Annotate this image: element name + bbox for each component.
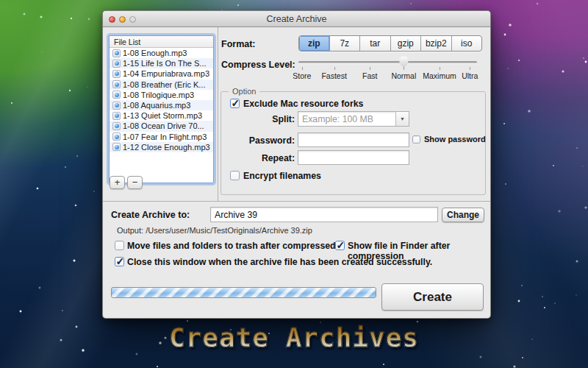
music-file-icon xyxy=(112,80,121,88)
move-to-trash-checkbox[interactable] xyxy=(115,241,124,250)
compress-level-slider[interactable]: StoreFastestFastNormalMaximumUltra xyxy=(298,56,477,90)
file-list-item[interactable]: 1-07 Fear In Flight.mp3 xyxy=(110,132,213,142)
file-list-item[interactable]: 1-08 Enough.mp3 xyxy=(110,48,213,58)
create-archive-to-label: Create Archive to: xyxy=(111,210,190,220)
file-list-item[interactable]: 1-08 Breather (Eric K... xyxy=(110,79,213,90)
app-caption: Create Archives xyxy=(0,322,588,353)
vertical-divider xyxy=(218,27,218,201)
slider-tick xyxy=(334,67,335,70)
music-file-icon xyxy=(112,60,121,68)
slider-track[interactable] xyxy=(298,61,477,63)
show-password-checkbox[interactable] xyxy=(412,135,420,144)
file-list-item[interactable]: 1-15 Life Is On The S... xyxy=(110,58,213,68)
format-option-tar[interactable]: tar xyxy=(360,36,391,51)
output-path: Output: /Users/user/Music/TestOriginals/… xyxy=(117,226,312,235)
slider-tick xyxy=(302,67,303,70)
music-file-icon xyxy=(112,91,121,99)
split-label: Split: xyxy=(220,114,295,124)
repeat-field[interactable] xyxy=(298,150,409,165)
file-name-label: 1-12 Close Enough.mp3 xyxy=(123,143,210,152)
encrypt-filenames-label: Encrypt filenames xyxy=(243,171,321,181)
slider-thumb[interactable] xyxy=(398,56,409,68)
file-name-label: 1-15 Life Is On The S... xyxy=(123,59,207,68)
close-window-checkbox[interactable] xyxy=(115,257,124,266)
option-group-label: Option xyxy=(229,87,259,96)
file-name-label: 1-07 Fear In Flight.mp3 xyxy=(123,132,207,141)
file-name-label: 1-04 Empuriabrava.mp3 xyxy=(123,69,209,78)
close-window-label: Close this window when the archive file … xyxy=(127,257,432,267)
file-name-label: 1-08 Trilogique.mp3 xyxy=(123,91,194,99)
slider-tick xyxy=(404,67,404,70)
slider-tick xyxy=(370,67,370,70)
file-name-label: 1-08 Aquarius.mp3 xyxy=(123,101,190,110)
file-list-items: 1-08 Enough.mp31-15 Life Is On The S...1… xyxy=(110,48,213,152)
file-list[interactable]: File List 1-08 Enough.mp31-15 Life Is On… xyxy=(109,35,214,183)
format-option-bzip2[interactable]: bzip2 xyxy=(421,36,452,51)
format-label: Format: xyxy=(221,39,256,49)
file-list-header: File List xyxy=(110,36,213,48)
starfield-background xyxy=(0,0,1,1)
show-in-finder-checkbox[interactable] xyxy=(335,241,345,250)
file-list-item[interactable]: 1-08 Aquarius.mp3 xyxy=(110,100,213,110)
slider-level-label-maximum: Maximum xyxy=(423,71,456,80)
file-name-label: 1-13 Quiet Storm.mp3 xyxy=(123,111,202,120)
create-button[interactable]: Create xyxy=(381,283,484,311)
password-label: Password: xyxy=(220,135,295,146)
password-field[interactable] xyxy=(298,132,409,147)
horizontal-divider xyxy=(103,201,490,202)
file-list-item[interactable]: 1-08 Trilogique.mp3 xyxy=(110,90,213,100)
exclude-forks-label: Exclude Mac resource forks xyxy=(243,99,363,109)
music-file-icon xyxy=(112,112,121,120)
format-option-iso[interactable]: iso xyxy=(452,36,482,51)
encrypt-filenames-checkbox[interactable] xyxy=(230,171,240,180)
format-option-7z[interactable]: 7z xyxy=(330,36,361,51)
slider-level-label-fast: Fast xyxy=(362,71,377,80)
music-file-icon xyxy=(112,70,121,78)
music-file-icon xyxy=(112,122,121,130)
add-file-button[interactable]: + xyxy=(110,176,125,189)
window-titlebar[interactable]: Create Archive xyxy=(103,11,490,27)
show-password-label: Show password xyxy=(424,135,486,144)
music-file-icon xyxy=(112,49,121,57)
combo-arrow-icon[interactable]: ▼ xyxy=(395,112,409,126)
window-title: Create Archive xyxy=(103,14,490,24)
move-to-trash-label: Move files and folders to trash after co… xyxy=(127,241,336,251)
slider-level-label-ultra: Ultra xyxy=(462,71,478,80)
slider-level-label-store: Store xyxy=(293,71,311,80)
format-option-gzip[interactable]: gzip xyxy=(391,36,422,51)
music-file-icon xyxy=(112,102,121,110)
file-list-item[interactable]: 1-12 Close Enough.mp3 xyxy=(110,142,213,152)
format-segmented: zip7ztargzipbzip2iso xyxy=(298,35,482,52)
slider-tick xyxy=(440,67,440,70)
music-file-icon xyxy=(112,132,121,141)
remove-file-button[interactable]: − xyxy=(127,176,143,189)
repeat-label: Repeat: xyxy=(220,153,295,163)
file-list-item[interactable]: 1-08 Ocean Drive 70... xyxy=(110,121,213,131)
slider-level-label-fastest: Fastest xyxy=(321,71,346,80)
archive-name-field[interactable] xyxy=(210,207,438,222)
file-name-label: 1-08 Enough.mp3 xyxy=(123,49,187,57)
change-button[interactable]: Change xyxy=(442,208,484,222)
slider-level-label-normal: Normal xyxy=(391,71,416,80)
file-list-item[interactable]: 1-13 Quiet Storm.mp3 xyxy=(110,110,213,121)
create-archive-window: Create Archive File List 1-08 Enough.mp3… xyxy=(102,10,491,319)
music-file-icon xyxy=(112,143,121,151)
compress-level-label: Compress Level: xyxy=(221,60,295,70)
file-name-label: 1-08 Ocean Drive 70... xyxy=(123,121,204,130)
file-name-label: 1-08 Breather (Eric K... xyxy=(123,80,206,89)
split-combobox[interactable] xyxy=(298,111,409,127)
exclude-forks-checkbox[interactable] xyxy=(230,99,240,108)
file-list-item[interactable]: 1-04 Empuriabrava.mp3 xyxy=(110,68,213,79)
format-option-zip[interactable]: zip xyxy=(299,36,330,51)
progress-bar xyxy=(111,287,376,298)
slider-tick xyxy=(470,67,470,70)
